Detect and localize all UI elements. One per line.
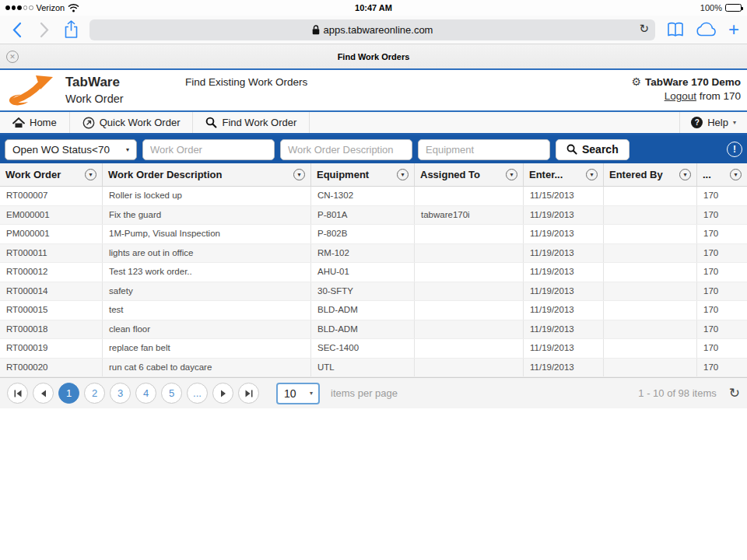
tab-title[interactable]: Find Work Orders [0, 52, 747, 61]
table-cell [415, 339, 524, 358]
table-row[interactable]: RT000007Roller is locked upCN-130211/15/… [0, 187, 747, 206]
items-per-page-label: items per page [331, 387, 398, 399]
column-label: ... [703, 169, 711, 180]
table-cell: test [103, 301, 311, 320]
table-row[interactable]: RT000014safety30-SFTY11/19/2013170 [0, 282, 747, 302]
gear-icon[interactable]: ⚙ [631, 75, 641, 88]
table-cell: run cat 6 cabel to daycare [103, 359, 311, 377]
table-cell [604, 187, 697, 205]
table-cell: safety [103, 282, 311, 301]
table-cell: Test 123 work order.. [103, 263, 311, 282]
search-button[interactable]: Search [556, 139, 630, 160]
nav-item-quick-work-order[interactable]: Quick Work Order [70, 112, 194, 133]
table-cell [604, 225, 697, 243]
alert-icon[interactable]: ! [727, 142, 742, 157]
column-header[interactable]: Entered By▾ [604, 163, 697, 186]
table-cell: lights are out in office [103, 244, 311, 263]
logout-link[interactable]: Logout [665, 90, 696, 102]
refresh-grid-icon[interactable]: ↻ [729, 387, 740, 400]
filter-icon[interactable]: ▾ [506, 169, 517, 180]
table-cell: 11/19/2013 [524, 225, 604, 243]
table-cell: 30-SFTY [311, 282, 415, 301]
table-cell: P-801A [311, 206, 415, 225]
search-icon [205, 117, 217, 128]
table-cell: PM000001 [0, 225, 103, 243]
table-cell [415, 244, 524, 263]
column-label: Entered By [609, 169, 663, 180]
previous-page-button[interactable] [33, 383, 54, 404]
filter-icon[interactable]: ▾ [586, 169, 598, 180]
refresh-icon[interactable]: ↻ [639, 22, 649, 36]
back-button[interactable] [8, 20, 25, 39]
table-cell [604, 359, 697, 377]
forward-button[interactable] [36, 20, 53, 39]
table-row[interactable]: RT000015testBLD-ADM11/19/2013170 [0, 301, 747, 320]
page-button-5[interactable]: 5 [161, 383, 182, 404]
table-cell: SEC-1400 [311, 339, 415, 358]
filter-icon[interactable]: ▾ [730, 169, 742, 180]
column-header[interactable]: Assigned To▾ [415, 163, 524, 186]
table-row[interactable]: RT000018clean floorBLD-ADM11/19/2013170 [0, 320, 747, 340]
column-header[interactable]: Work Order Description▾ [103, 163, 311, 186]
next-page-button[interactable] [212, 383, 233, 404]
table-cell: RT000012 [0, 263, 103, 282]
nav-item-find-work-order[interactable]: Find Work Order [193, 112, 310, 133]
page-button-4[interactable]: 4 [135, 383, 156, 404]
table-cell: RT000014 [0, 282, 103, 301]
logout-suffix: from 170 [700, 90, 741, 102]
battery-percent-label: 100% [700, 3, 722, 12]
module-name: Work Order [65, 93, 124, 105]
column-label: Assigned To [420, 169, 480, 180]
help-menu[interactable]: ? Help ▾ [679, 112, 747, 133]
filter-icon[interactable]: ▾ [293, 169, 305, 180]
new-tab-icon[interactable]: + [728, 22, 739, 37]
table-row[interactable]: RT000020run cat 6 cabel to daycareUTL11/… [0, 359, 747, 378]
table-cell: RT000020 [0, 359, 103, 377]
app-nav: Home Quick Work Order Find Work Order ? … [0, 112, 747, 135]
column-header[interactable]: ...▾ [697, 163, 747, 186]
table-cell: EM000001 [0, 206, 103, 225]
column-header[interactable]: Work Order▾ [0, 163, 103, 186]
table-row[interactable]: RT000011lights are out in officeRM-10211… [0, 244, 747, 264]
page-buttons: 12345... [58, 383, 208, 404]
filter-icon[interactable]: ▾ [679, 169, 691, 180]
table-cell: RT000015 [0, 301, 103, 320]
share-icon[interactable] [64, 20, 79, 39]
page-size-select[interactable]: 10 ▾ [276, 383, 320, 404]
description-input[interactable] [280, 139, 412, 160]
equipment-input[interactable] [418, 139, 550, 160]
column-header[interactable]: Equipment▾ [311, 163, 415, 186]
page-button-...[interactable]: ... [187, 383, 208, 404]
table-row[interactable]: PM0000011M-Pump, Visual InspectionP-802B… [0, 225, 747, 244]
table-cell [415, 282, 524, 301]
table-cell [604, 282, 697, 301]
filter-icon[interactable]: ▾ [397, 169, 409, 180]
column-label: Work Order Description [108, 169, 222, 180]
icloud-tabs-icon[interactable] [696, 22, 717, 37]
last-page-button[interactable] [238, 383, 259, 404]
table-row[interactable]: RT000012Test 123 work order..AHU-0111/19… [0, 263, 747, 282]
page-button-1[interactable]: 1 [58, 383, 79, 404]
nav-item-home[interactable]: Home [0, 112, 70, 133]
browser-tab-bar: ✕ Find Work Orders [0, 44, 747, 68]
status-filter-select[interactable]: Open WO Status<70 ▾ [5, 139, 137, 160]
address-bar[interactable]: apps.tabwareonline.com ↻ [89, 19, 655, 40]
work-order-input[interactable] [142, 139, 275, 160]
page-button-2[interactable]: 2 [84, 383, 105, 404]
first-page-button[interactable] [7, 383, 28, 404]
filter-icon[interactable]: ▾ [85, 169, 96, 180]
brand-name: TabWare [65, 75, 124, 90]
table-cell: 170 [697, 263, 747, 282]
page-button-3[interactable]: 3 [110, 383, 131, 404]
table-row[interactable]: RT000019replace fan beltSEC-140011/19/20… [0, 339, 747, 359]
table-row[interactable]: EM000001Fix the guardP-801Atabware170i11… [0, 206, 747, 226]
search-filter-bar: Open WO Status<70 ▾ Search ! [0, 135, 747, 163]
table-cell: 170 [697, 187, 747, 205]
bookmarks-icon[interactable] [666, 21, 685, 38]
table-cell: 170 [697, 339, 747, 358]
column-header[interactable]: Enter...▾ [524, 163, 604, 186]
table-cell: Fix the guard [103, 206, 311, 225]
table-cell: 11/19/2013 [524, 339, 604, 358]
table-cell [415, 187, 524, 205]
account-label: TabWare 170 Demo [645, 76, 741, 88]
